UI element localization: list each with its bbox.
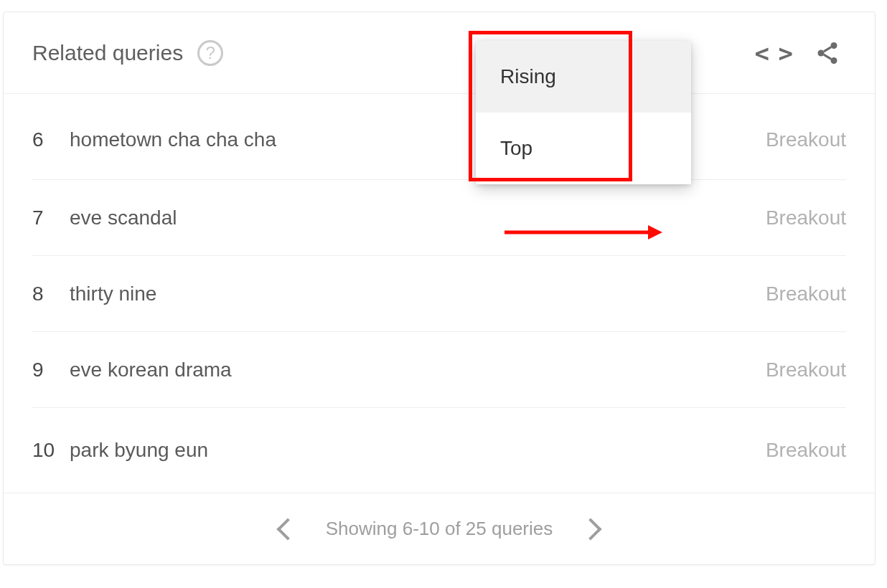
share-icon[interactable] [815, 40, 840, 66]
rank: 8 [32, 283, 70, 305]
query-text: eve scandal [70, 207, 766, 229]
query-list: 6 hometown cha cha cha Breakout 7 eve sc… [4, 94, 875, 493]
pagination-label: Showing 6-10 of 25 queries [326, 518, 553, 540]
list-item[interactable]: 8 thirty nine Breakout [32, 256, 846, 332]
embed-icon[interactable]: < > [755, 39, 790, 67]
rank: 9 [32, 359, 70, 381]
related-queries-card: Related queries ? < > Rising Top 6 homet… [3, 11, 876, 565]
list-item[interactable]: 7 eve scandal Breakout [32, 180, 846, 256]
svg-point-0 [831, 42, 837, 49]
rank: 6 [32, 128, 70, 151]
pagination: Showing 6-10 of 25 queries [4, 493, 875, 564]
query-text: park byung eun [70, 439, 766, 462]
rank: 10 [32, 439, 70, 462]
list-item[interactable]: 6 hometown cha cha cha Breakout [32, 94, 846, 180]
query-metric: Breakout [766, 283, 846, 305]
help-icon[interactable]: ? [197, 40, 223, 66]
card-header: Related queries ? < > [4, 12, 875, 94]
svg-point-1 [818, 49, 825, 56]
query-metric: Breakout [766, 207, 846, 229]
prev-page-button[interactable] [276, 518, 299, 540]
header-actions: < > [755, 39, 840, 67]
sort-option-top[interactable]: Top [476, 113, 691, 184]
rank: 7 [32, 207, 70, 229]
sort-dropdown[interactable]: Rising Top [476, 41, 691, 184]
query-text: eve korean drama [70, 359, 766, 381]
query-metric: Breakout [766, 439, 846, 462]
list-item[interactable]: 10 park byung eun Breakout [32, 408, 846, 493]
query-metric: Breakout [766, 128, 846, 151]
list-item[interactable]: 9 eve korean drama Breakout [32, 332, 846, 408]
query-metric: Breakout [766, 359, 846, 381]
next-page-button[interactable] [580, 518, 602, 540]
card-title: Related queries [32, 41, 183, 65]
sort-option-rising[interactable]: Rising [476, 41, 691, 113]
svg-point-2 [831, 57, 837, 64]
query-text: thirty nine [70, 283, 766, 305]
